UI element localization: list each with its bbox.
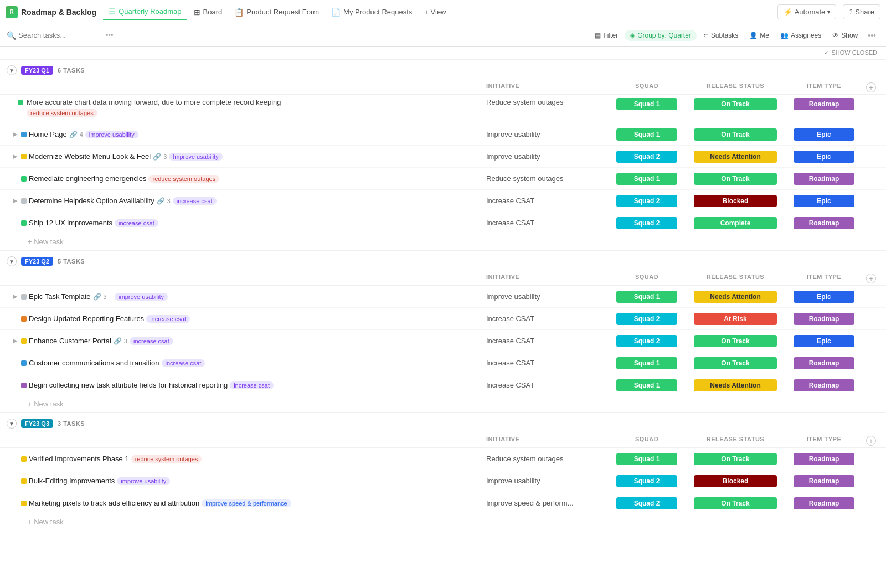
task-badge[interactable]: reduce system outages [131, 455, 202, 463]
new-task-q2[interactable]: + New task [0, 396, 886, 412]
item-badge[interactable]: Roadmap [794, 217, 854, 229]
task-badge[interactable]: increase csat [130, 337, 173, 345]
task-name-label: Modernize Website Menu Look & Feel [29, 152, 151, 161]
item-badge[interactable]: Epic [794, 335, 854, 347]
status-badge[interactable]: Blocked [694, 475, 777, 487]
status-badge[interactable]: Blocked [694, 195, 777, 207]
th-add-q2[interactable]: + [863, 274, 879, 283]
item-badge[interactable]: Epic [794, 291, 854, 303]
status-badge[interactable]: Needs Attention [694, 291, 777, 303]
squad-badge[interactable]: Squad 2 [616, 151, 677, 163]
status-badge[interactable]: On Track [694, 497, 777, 509]
squad-badge[interactable]: Squad 1 [616, 357, 677, 369]
expand-icon[interactable]: ▶ [11, 131, 19, 138]
nav-tab-product-request-form[interactable]: 📋 Product Request Form [229, 4, 324, 20]
item-badge[interactable]: Roadmap [794, 357, 854, 369]
squad-badge[interactable]: Squad 1 [616, 453, 677, 465]
task-badge[interactable]: increase csat [146, 315, 190, 323]
squad-badge[interactable]: Squad 1 [616, 128, 677, 141]
task-badge[interactable]: Improve usability [169, 153, 223, 161]
task-badge[interactable]: increase csat [162, 359, 205, 367]
item-badge[interactable]: Roadmap [794, 453, 854, 465]
status-badge[interactable]: Needs Attention [694, 151, 777, 163]
item-badge[interactable]: Roadmap [794, 379, 854, 391]
subtasks-button[interactable]: ⊂ Subtasks [699, 29, 743, 42]
table-header-q3: INITIATIVE SQUAD RELEASE STATUS ITEM TYP… [0, 434, 886, 448]
task-dot-blue [21, 360, 27, 366]
item-badge[interactable]: Epic [794, 151, 854, 163]
status-badge[interactable]: Needs Attention [694, 379, 777, 391]
desc-squad[interactable]: Squad 1 [616, 98, 677, 110]
expand-icon[interactable]: ▶ [11, 293, 19, 301]
toolbar-more-dots[interactable]: ••• [104, 31, 116, 39]
expand-icon[interactable]: ▶ [11, 197, 19, 205]
nav-tab-my-product-requests[interactable]: 📄 My Product Requests [326, 4, 418, 20]
task-dot-gray [21, 294, 27, 300]
status-badge[interactable]: At Risk [694, 313, 777, 325]
task-badge[interactable]: increase csat [115, 219, 158, 227]
status-badge[interactable]: On Track [694, 128, 777, 141]
me-button[interactable]: 👤 Me [745, 29, 774, 42]
item-badge[interactable]: Roadmap [794, 313, 854, 325]
th-add[interactable]: + [863, 82, 879, 92]
status-badge[interactable]: Complete [694, 217, 777, 229]
expand-icon[interactable]: ▶ [11, 153, 19, 161]
task-name-label: Verified Improvements Phase 1 [29, 455, 129, 463]
item-badge[interactable]: Epic [794, 195, 854, 207]
task-badge[interactable]: increase csat [173, 197, 217, 205]
add-view-button[interactable]: + View [419, 5, 451, 19]
collapse-button-q1[interactable]: ▼ [7, 65, 17, 75]
item-badge[interactable]: Roadmap [794, 475, 854, 487]
show-button[interactable]: 👁 Show [828, 29, 862, 42]
task-badge[interactable]: improve usability [115, 293, 168, 301]
subtask-icon: 🔗 [153, 153, 161, 161]
automate-button[interactable]: ⚡ Automate ▾ [777, 4, 837, 19]
assignees-button[interactable]: 👥 Assignees [776, 29, 826, 42]
filter-button[interactable]: ▤ Filter [590, 29, 622, 42]
squad-badge[interactable]: Squad 2 [616, 475, 677, 487]
expand-icon[interactable]: ▶ [11, 337, 19, 345]
task-badge[interactable]: increase csat [230, 381, 274, 389]
task-badge[interactable]: improve speed & performance [202, 499, 291, 507]
squad-badge[interactable]: Squad 1 [616, 291, 677, 303]
task-count-q3: 3 TASKS [58, 420, 85, 427]
squad-badge[interactable]: Squad 1 [616, 173, 677, 185]
desc-item[interactable]: Roadmap [794, 98, 854, 110]
squad-badge[interactable]: Squad 2 [616, 217, 677, 229]
new-task-q3[interactable]: + New task [0, 514, 886, 530]
item-badge[interactable]: Roadmap [794, 497, 854, 509]
status-badge[interactable]: On Track [694, 335, 777, 347]
toolbar-overflow-button[interactable]: ••• [864, 29, 879, 42]
task-dot-yellow [21, 478, 27, 484]
initiative-cell: Improve speed & perform... [486, 499, 608, 507]
th-add-q3[interactable]: + [863, 436, 879, 446]
task-dot-blue [21, 132, 27, 137]
quarter-badge-q2: FY23 Q2 [21, 257, 53, 266]
app-logo[interactable]: R Roadmap & Backlog [6, 6, 96, 18]
squad-badge[interactable]: Squad 1 [616, 379, 677, 391]
table-header-q1: INITIATIVE SQUAD RELEASE STATUS ITEM TYP… [0, 81, 886, 95]
new-task-q1[interactable]: + New task [0, 234, 886, 250]
task-badge[interactable]: reduce system outages [148, 175, 219, 183]
status-badge[interactable]: On Track [694, 453, 777, 465]
squad-badge[interactable]: Squad 2 [616, 195, 677, 207]
collapse-button-q3[interactable]: ▼ [7, 419, 17, 429]
desc-status[interactable]: On Track [694, 98, 777, 110]
search-input[interactable] [18, 31, 101, 39]
nav-tab-board[interactable]: ⊞ Board [188, 4, 228, 20]
nav-tab-quarterly[interactable]: ☰ Quarterly Roadmap [103, 4, 187, 20]
desc-badge[interactable]: reduce system outages [27, 109, 97, 117]
show-closed-bar[interactable]: ✓ SHOW CLOSED [0, 47, 886, 60]
squad-badge[interactable]: Squad 2 [616, 497, 677, 509]
task-badge-improve[interactable]: improve usability [85, 131, 138, 138]
status-badge[interactable]: On Track [694, 173, 777, 185]
item-badge[interactable]: Roadmap [794, 173, 854, 185]
status-badge[interactable]: On Track [694, 357, 777, 369]
task-badge[interactable]: improve usability [117, 477, 170, 485]
collapse-button-q2[interactable]: ▼ [7, 256, 17, 266]
share-button[interactable]: ⤴ Share [843, 4, 880, 19]
squad-badge[interactable]: Squad 2 [616, 335, 677, 347]
squad-badge[interactable]: Squad 2 [616, 313, 677, 325]
item-badge[interactable]: Epic [794, 128, 854, 141]
group-by-button[interactable]: ◈ Group by: Quarter [625, 30, 697, 41]
